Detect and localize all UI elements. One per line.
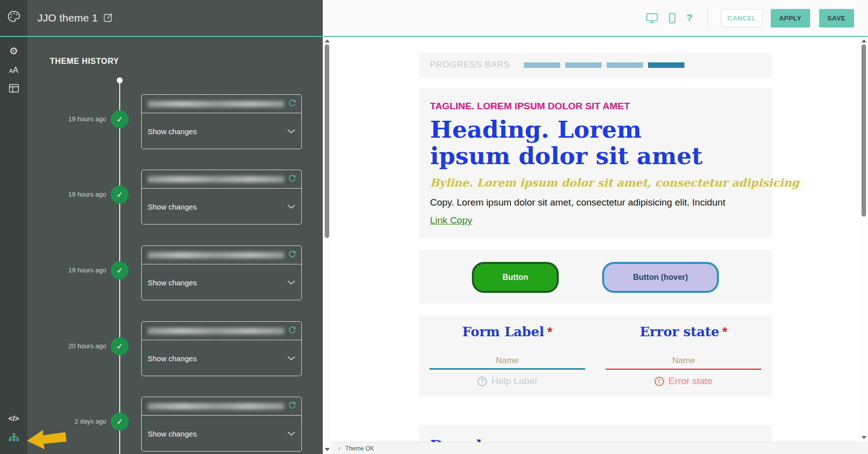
preview-scrollbar[interactable] <box>860 37 868 442</box>
layout-table-icon[interactable] <box>0 84 27 95</box>
apply-button[interactable]: APPLY <box>771 9 810 27</box>
toolbar-divider <box>707 6 708 29</box>
progress-bar <box>648 62 684 68</box>
desktop-preview-icon[interactable] <box>646 13 658 23</box>
restore-version-icon[interactable] <box>288 174 296 184</box>
dropdown-section: Dropdown <box>419 425 772 442</box>
help-label: Help Label <box>491 376 537 387</box>
chevron-down-icon <box>287 429 295 438</box>
restore-version-icon[interactable] <box>288 401 296 411</box>
restore-version-icon[interactable] <box>288 99 296 109</box>
status-check-icon: ✓ <box>337 445 342 452</box>
show-changes-row[interactable]: Show changes <box>142 264 301 300</box>
dropdown-heading: Dropdown <box>430 437 761 442</box>
entry-time: 20 hours ago <box>27 342 106 350</box>
top-toolbar: ? CANCEL APPLY SAVE <box>323 0 868 36</box>
redacted-version-label <box>148 252 284 258</box>
progress-bar <box>607 62 643 68</box>
heading-sample: Heading. Lorem ipsum dolor sit amet <box>430 117 729 169</box>
show-changes-label: Show changes <box>148 278 197 287</box>
code-icon[interactable]: </> <box>0 414 27 423</box>
form-column: Form Label* ? Help Label <box>419 324 596 397</box>
theme-preview-area: PROGRESS BARS TAGLINE. LOREM IPSUM DOLOR… <box>331 37 860 442</box>
error-label: Error state <box>668 376 713 387</box>
form-column-error: Error state* ! Error state <box>596 324 772 397</box>
buttons-section: Button Button (hover) <box>419 250 772 304</box>
scrollbar-thumb[interactable] <box>325 44 329 238</box>
typography-section: TAGLINE. LOREM IPSUM DOLOR SIT AMET Head… <box>419 88 772 238</box>
show-changes-row[interactable]: Show changes <box>142 189 301 225</box>
status-text: Theme OK <box>345 445 374 452</box>
question-circle-icon: ? <box>477 377 487 386</box>
icon-rail: ⚙ AA </> <box>0 0 27 454</box>
panel-scrollbar[interactable] <box>323 37 331 454</box>
history-entry-card: Show changes <box>141 397 302 452</box>
history-entry-card: Show changes <box>141 170 302 225</box>
error-circle-icon: ! <box>654 377 664 386</box>
redacted-version-label <box>148 176 284 183</box>
show-changes-label: Show changes <box>148 430 197 438</box>
entry-time: 2 days ago <box>27 418 106 425</box>
help-icon[interactable]: ? <box>686 12 692 23</box>
tagline-sample: TAGLINE. LOREM IPSUM DOLOR SIT AMET <box>430 101 761 112</box>
restore-version-icon[interactable] <box>288 250 296 260</box>
scroll-down-arrow[interactable] <box>325 448 330 451</box>
check-circle-icon: ✓ <box>111 110 129 128</box>
show-changes-row[interactable]: Show changes <box>142 340 301 376</box>
form-label: Form Label* <box>419 324 596 340</box>
panel-header: JJO theme 1 <box>27 0 323 36</box>
mobile-preview-icon[interactable] <box>669 13 675 23</box>
help-label-row: ? Help Label <box>419 376 596 387</box>
entry-time: 19 hours ago <box>27 115 106 123</box>
restore-version-icon[interactable] <box>288 326 296 336</box>
entry-time: 19 hours ago <box>27 266 106 274</box>
scrollbar-thumb[interactable] <box>862 44 866 217</box>
font-size-icon[interactable]: AA <box>0 65 27 75</box>
settings-gear-icon[interactable]: ⚙ <box>0 46 27 56</box>
accent-divider-line <box>0 36 868 37</box>
byline-sample: Byline. Lorem ipsum dolor sit amet, cons… <box>430 176 761 189</box>
save-button[interactable]: SAVE <box>819 9 854 27</box>
theme-history-panel: JJO theme 1 THEME HISTORY 19 hours ago ✓ <box>27 0 323 454</box>
show-changes-row[interactable]: Show changes <box>142 416 301 452</box>
history-heading: THEME HISTORY <box>50 57 119 66</box>
timeline-start-dot <box>117 77 123 83</box>
check-circle-icon: ✓ <box>111 337 129 355</box>
theme-history-timeline: THEME HISTORY 19 hours ago ✓ Show change… <box>27 37 323 454</box>
copy-sample: Copy. Lorem ipsum dolor sit amet, consec… <box>430 197 761 208</box>
link-copy-sample[interactable]: Link Copy <box>430 215 472 226</box>
progress-bar <box>565 62 602 68</box>
show-changes-label: Show changes <box>148 127 197 136</box>
chevron-down-icon <box>287 127 295 136</box>
error-label-row: ! Error state <box>596 376 772 387</box>
chevron-down-icon <box>287 278 295 287</box>
check-circle-icon: ✓ <box>111 186 129 204</box>
redacted-version-label <box>148 101 284 107</box>
form-section: Form Label* ? Help Label Error state* ! … <box>419 315 772 397</box>
edit-theme-name-icon[interactable] <box>104 12 113 24</box>
sample-button-hover[interactable]: Button (hover) <box>602 262 719 293</box>
status-bar: ✓ Theme OK <box>331 442 868 454</box>
redacted-version-label <box>148 403 284 410</box>
name-input[interactable] <box>430 353 585 370</box>
cancel-button[interactable]: CANCEL <box>721 9 763 27</box>
chevron-down-icon <box>287 354 295 363</box>
form-label: Error state* <box>596 324 772 340</box>
history-entry-card: Show changes <box>141 321 302 376</box>
name-input-error[interactable] <box>606 353 761 370</box>
show-changes-row[interactable]: Show changes <box>142 113 301 149</box>
history-entry-card: Show changes <box>141 245 302 300</box>
entry-time: 19 hours ago <box>27 191 106 198</box>
sample-button[interactable]: Button <box>472 262 559 293</box>
redacted-version-label <box>148 328 284 334</box>
palette-logo-icon[interactable] <box>0 10 27 24</box>
scroll-down-arrow[interactable] <box>862 436 867 439</box>
sitemap-icon[interactable] <box>0 433 27 444</box>
show-changes-label: Show changes <box>148 203 197 211</box>
scroll-up-arrow[interactable] <box>862 39 867 42</box>
scroll-up-arrow[interactable] <box>325 39 330 42</box>
show-changes-label: Show changes <box>148 354 197 363</box>
check-circle-icon: ✓ <box>111 261 129 279</box>
progress-bar <box>524 62 560 68</box>
chevron-down-icon <box>287 202 295 211</box>
